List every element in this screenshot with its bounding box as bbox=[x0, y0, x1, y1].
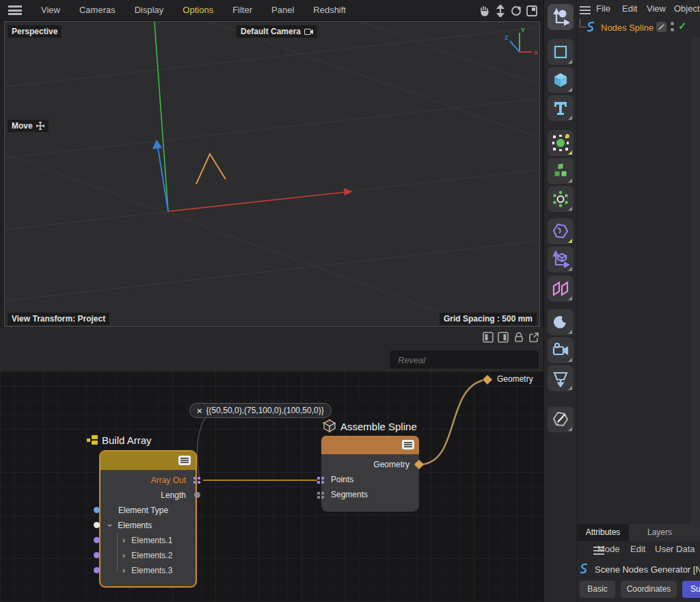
assemble-spline-header[interactable] bbox=[321, 436, 419, 454]
port-label-elements3[interactable]: › Elements.3 bbox=[122, 563, 172, 578]
menu-display[interactable]: Display bbox=[135, 5, 164, 15]
metaball-tool[interactable] bbox=[548, 218, 574, 244]
lock-icon[interactable] bbox=[513, 332, 524, 345]
segments-port[interactable] bbox=[317, 492, 324, 499]
menu-filter[interactable]: Filter bbox=[232, 5, 252, 15]
edit-pencil-tool[interactable] bbox=[548, 406, 574, 432]
om-menu-file[interactable]: File bbox=[596, 3, 610, 14]
tool-label: Move bbox=[8, 120, 49, 132]
split-left-icon[interactable] bbox=[483, 332, 494, 345]
perspective-viewport[interactable]: Y Z X Perspective Default Camera Move Vi… bbox=[4, 21, 540, 327]
port-label-elements1[interactable]: › Elements.1 bbox=[122, 533, 172, 548]
svg-text:Y: Y bbox=[521, 27, 525, 34]
assemble-spline-title: Assemble Spline bbox=[340, 421, 417, 432]
view-transform-status: View Transform: Project bbox=[8, 313, 109, 325]
popout-icon[interactable] bbox=[528, 332, 539, 345]
tab-layers[interactable]: Layers bbox=[636, 524, 684, 541]
am-menu-user-data[interactable]: User Data bbox=[655, 544, 695, 554]
build-array-title: Build Array bbox=[102, 434, 152, 446]
object-manager-menu-icon[interactable] bbox=[580, 6, 591, 14]
elements3-port[interactable] bbox=[94, 567, 100, 573]
text-tool[interactable] bbox=[548, 95, 574, 121]
om-menu-object[interactable]: Object bbox=[674, 3, 700, 14]
assemble-spline-node[interactable]: Geometry Points Segments bbox=[321, 436, 419, 512]
tab-attributes[interactable]: Attributes bbox=[577, 524, 629, 541]
dolly-icon[interactable] bbox=[494, 5, 507, 20]
points-port[interactable] bbox=[317, 477, 324, 484]
object-item-nodes-spline[interactable]: Nodes Spline bbox=[601, 23, 654, 33]
elements1-port[interactable] bbox=[94, 537, 100, 543]
section-basic[interactable]: Basic bbox=[580, 581, 615, 598]
boole-tool[interactable] bbox=[548, 309, 574, 335]
axis-cube-tool[interactable] bbox=[548, 246, 574, 272]
cloner-gear-tool[interactable] bbox=[548, 186, 574, 212]
remove-value-icon[interactable]: × bbox=[197, 406, 202, 415]
visibility-dot-bottom[interactable] bbox=[671, 28, 674, 31]
object-tool-palette bbox=[543, 0, 576, 602]
menu-panel[interactable]: Panel bbox=[271, 5, 294, 15]
menu-cameras[interactable]: Cameras bbox=[79, 5, 116, 15]
build-array-header[interactable] bbox=[100, 452, 196, 470]
node-editor-toolbar bbox=[0, 328, 543, 371]
section-coordinates[interactable]: Coordinates bbox=[621, 581, 677, 598]
node-graph-canvas[interactable]: Geometry × {(50,50,0),(75,100,0),(100,50… bbox=[0, 371, 543, 602]
camera-tool[interactable] bbox=[548, 337, 574, 363]
viewport-menu-icon[interactable] bbox=[8, 5, 22, 15]
port-label-element-type: Element Type bbox=[118, 503, 168, 518]
om-menu-view[interactable]: View bbox=[647, 3, 666, 14]
svg-text:X: X bbox=[534, 49, 538, 56]
reveal-search-input[interactable] bbox=[390, 351, 539, 369]
floor-tool[interactable] bbox=[548, 365, 574, 391]
maximize-icon[interactable] bbox=[526, 5, 538, 20]
spline-pen-tool[interactable] bbox=[548, 4, 574, 30]
node-menu-icon[interactable] bbox=[402, 440, 414, 449]
camera-label[interactable]: Default Camera bbox=[237, 25, 317, 38]
section-subd[interactable]: Subd bbox=[682, 581, 700, 598]
axis-gizmo-icon: Y Z X bbox=[504, 26, 540, 59]
wire-value-chip[interactable]: × {(50,50,0),(75,100,0),(100,50,0)} bbox=[189, 403, 332, 418]
right-panel: File Edit View Object Nodes Spline ✓ Att… bbox=[577, 0, 700, 602]
generator-tool[interactable] bbox=[548, 130, 574, 156]
scrollbar-track[interactable] bbox=[690, 37, 700, 524]
array-out-port[interactable] bbox=[193, 477, 200, 484]
grid-spacing-status: Grid Spacing : 500 mm bbox=[440, 313, 537, 325]
rotate-icon[interactable] bbox=[510, 5, 522, 20]
elements-port[interactable] bbox=[94, 522, 100, 528]
split-right-icon[interactable] bbox=[498, 332, 509, 345]
x-axis-arrow[interactable] bbox=[168, 192, 345, 211]
layer-edit-icon[interactable] bbox=[656, 22, 667, 32]
tree-branch-line bbox=[580, 19, 587, 27]
collapse-chevron-icon[interactable]: › bbox=[103, 524, 118, 527]
y-axis-line bbox=[154, 22, 168, 211]
am-menu-mode[interactable]: Mode bbox=[597, 544, 620, 554]
symmetry-tool[interactable] bbox=[548, 276, 574, 302]
visibility-dot-top[interactable] bbox=[671, 22, 674, 25]
length-port[interactable] bbox=[194, 492, 200, 498]
z-axis-arrow[interactable] bbox=[158, 148, 168, 211]
cube-primitive-tool[interactable] bbox=[548, 67, 574, 93]
elements2-port[interactable] bbox=[94, 552, 100, 558]
assemble-spline-icon bbox=[323, 419, 336, 435]
rectangle-spline-tool[interactable] bbox=[548, 39, 574, 65]
view-label[interactable]: Perspective bbox=[8, 25, 62, 38]
build-array-node[interactable]: Array Out Length Element Type › Elements… bbox=[99, 450, 197, 588]
port-label-array-out: Array Out bbox=[100, 473, 186, 488]
menu-options[interactable]: Options bbox=[183, 5, 213, 15]
enabled-check-icon[interactable]: ✓ bbox=[678, 20, 687, 32]
am-menu-edit[interactable]: Edit bbox=[630, 544, 645, 554]
graph-geometry-output-label: Geometry bbox=[497, 374, 533, 384]
menu-view[interactable]: View bbox=[41, 5, 60, 15]
wire-value-text: {(50,50,0),(75,100,0),(100,50,0)} bbox=[206, 406, 324, 415]
array-cubes-tool[interactable] bbox=[548, 158, 574, 184]
menu-redshift[interactable]: Redshift bbox=[313, 5, 346, 15]
port-label-elements2[interactable]: › Elements.2 bbox=[122, 548, 172, 563]
port-label-elements[interactable]: › Elements bbox=[109, 518, 152, 533]
attribute-object-label: Scene Nodes Generator [No bbox=[595, 564, 700, 575]
pan-hand-icon[interactable] bbox=[479, 5, 491, 20]
om-menu-edit[interactable]: Edit bbox=[622, 3, 637, 14]
node-menu-icon[interactable] bbox=[178, 456, 191, 465]
move-cursor-icon bbox=[36, 122, 44, 130]
cinema4d-window: View Cameras Display Options Filter Pane… bbox=[0, 0, 700, 602]
spline-object[interactable] bbox=[196, 154, 226, 184]
element-type-port[interactable] bbox=[94, 507, 100, 513]
